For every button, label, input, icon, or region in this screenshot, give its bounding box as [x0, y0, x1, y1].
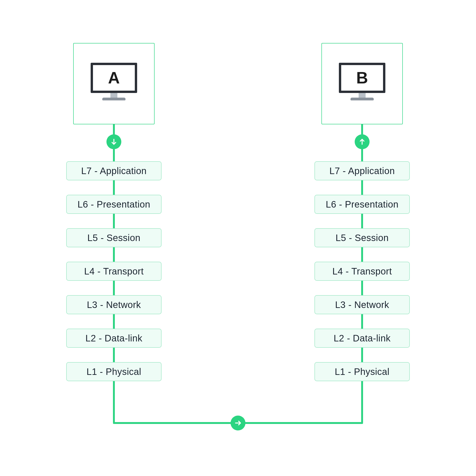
layer-b-6: L6 - Presentation: [314, 195, 410, 214]
layer-b-3: L3 - Network: [314, 295, 410, 314]
arrow-right-icon: [231, 416, 245, 430]
layer-a-1: L1 - Physical: [66, 362, 162, 381]
layer-a-4: L4 - Transport: [66, 262, 162, 281]
node-a-label: A: [93, 65, 135, 91]
layer-a-7: L7 - Application: [66, 161, 162, 180]
node-b-label: B: [341, 65, 383, 91]
computer-icon: B: [339, 63, 385, 105]
layer-a-5: L5 - Session: [66, 228, 162, 247]
layer-a-3: L3 - Network: [66, 295, 162, 314]
layer-b-1: L1 - Physical: [314, 362, 410, 381]
arrow-up-icon: [355, 134, 370, 149]
layer-b-7: L7 - Application: [314, 161, 410, 180]
layer-b-2: L2 - Data-link: [314, 329, 410, 348]
layer-b-5: L5 - Session: [314, 228, 410, 247]
layer-a-2: L2 - Data-link: [66, 329, 162, 348]
arrow-down-icon: [106, 134, 121, 149]
osi-diagram: A B L7 - Application: [0, 0, 476, 476]
node-a-box: A: [73, 43, 154, 124]
layer-b-4: L4 - Transport: [314, 262, 410, 281]
node-b-box: B: [322, 43, 403, 124]
layer-a-6: L6 - Presentation: [66, 195, 162, 214]
computer-icon: A: [91, 63, 137, 105]
